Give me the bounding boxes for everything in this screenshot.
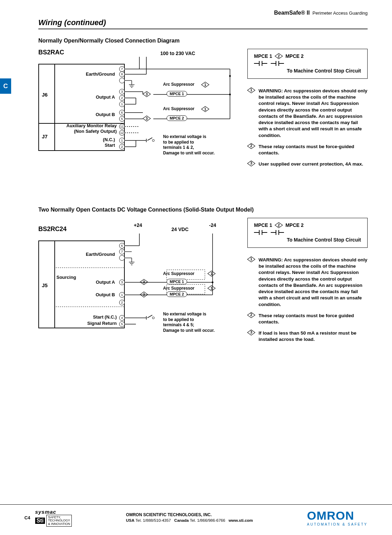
arc-label: Arc Suppressor xyxy=(163,271,194,276)
diamond-1-icon: 1 xyxy=(208,271,215,276)
mpce1-label: MPCE 1 xyxy=(254,53,272,59)
diagram2-note: No external voltage is to be applied to … xyxy=(163,312,233,333)
terminal: 2 xyxy=(119,144,125,150)
terminal: 5 xyxy=(119,116,125,122)
diamond-1-icon: 1 xyxy=(247,257,255,262)
product-name: BeamSafe® II xyxy=(274,10,310,16)
minus24-label: -24 xyxy=(209,222,216,228)
label-outB: Output B xyxy=(80,292,115,297)
plus24-label: +24 xyxy=(134,222,142,228)
diagram1-note: No external voltage is to be applied to … xyxy=(163,134,233,156)
diamond-2-icon: 2 xyxy=(275,223,283,228)
diagram2-title: Two Normally Open Contacts DC Voltage Co… xyxy=(38,207,368,213)
sti-badge: SAFETY, TECHNOLOGY & INNOVATION xyxy=(46,515,72,527)
svg-point-30 xyxy=(229,94,231,95)
omron-logo-block: OMRON AUTOMATION & SAFETY xyxy=(307,509,368,526)
page-number: C4 xyxy=(24,515,30,520)
diagram1: 100 to 230 VAC J6 J7 7 8 3 2 1 6 5 11 xyxy=(38,57,233,182)
label-nc: (N.C.) xyxy=(87,137,115,142)
warning-2: These relay contacts must be force guide… xyxy=(259,313,368,325)
connector-j5: J5 xyxy=(42,282,48,288)
mpce1-bubble: MPCE 1 xyxy=(167,279,187,284)
warning-2: These relay contacts must be force-guide… xyxy=(259,144,368,156)
terminal xyxy=(119,255,125,261)
terminal xyxy=(119,78,125,83)
omron-logo: OMRON xyxy=(307,509,368,522)
terminal: 3 xyxy=(119,89,125,94)
terminal: 1 xyxy=(119,101,125,107)
section-title: Wiring (continued) xyxy=(38,18,368,29)
label-outB: Output B xyxy=(73,112,115,117)
product-tagline: Perimeter Access Guarding xyxy=(313,10,368,16)
diamond-1-icon: 1 xyxy=(208,286,215,291)
label-earth: Earth/Ground xyxy=(73,71,115,77)
svg-point-46 xyxy=(152,317,154,319)
label-startnc: Start (N.C.) xyxy=(77,314,117,320)
warning-3: If load is less than 50 mA a resistor mu… xyxy=(259,330,368,343)
terminal: 11 xyxy=(119,124,125,129)
mpce-box-1: MPCE 1 2 MPCE 2 To Machine Control Stop … xyxy=(247,49,368,79)
section-tab: C xyxy=(0,78,11,94)
mpce2-label: MPCE 2 xyxy=(285,222,303,228)
terminal: 6 xyxy=(119,110,125,115)
diamond-3-icon: 3 xyxy=(247,161,255,166)
mpce-box-2: MPCE 1 2 MPCE 2 To Machine Control Stop … xyxy=(247,218,368,248)
terminal: 7 xyxy=(119,249,125,254)
diamond-2-icon: 2 xyxy=(275,54,283,59)
page-footer: C4 sysmac Sti SAFETY, TECHNOLOGY & INNOV… xyxy=(0,504,392,527)
label-outA: Output A xyxy=(73,94,115,100)
arc-label: Arc Suppressor xyxy=(163,286,194,291)
warning-list-1: 1 WARNING: Arc suppression devices shoul… xyxy=(247,88,368,167)
terminal: 6 xyxy=(119,243,125,249)
terminal: 4 xyxy=(119,315,125,321)
mpce2-bubble: MPCE 2 xyxy=(167,115,187,121)
contact-symbol-icon xyxy=(254,230,267,235)
diamond-3-icon: 3 xyxy=(247,330,255,335)
svg-line-47 xyxy=(147,315,152,318)
diagram2: +24 -24 24 VDC J5 6 7 3 1 2 4 5 Earth/Gr… xyxy=(38,234,233,352)
diamond-3-icon: 3 xyxy=(140,292,148,297)
mpce2-bubble: MPCE 2 xyxy=(167,291,187,297)
contact-symbol-icon xyxy=(271,61,284,66)
contact-symbol-icon xyxy=(254,61,267,66)
svg-point-42 xyxy=(212,282,214,283)
label-aux2: (Non Safety Output) xyxy=(56,129,117,134)
sysmac-logo: sysmac xyxy=(35,509,72,515)
label-outA: Output A xyxy=(80,280,115,285)
diagram1-supply: 100 to 230 VAC xyxy=(160,51,195,56)
contact-symbol-icon xyxy=(271,230,284,235)
diagram1-model: BS2RAC xyxy=(38,49,233,56)
terminal: 7 xyxy=(119,66,125,72)
label-sigret: Signal Return xyxy=(77,321,117,326)
arc-label: Arc Suppressor xyxy=(163,82,194,87)
terminal: 12 xyxy=(119,130,125,136)
diamond-1-icon: 1 xyxy=(247,88,255,93)
diamond-1-icon: 1 xyxy=(201,82,209,87)
diamond-3-icon: 3 xyxy=(140,280,148,284)
company-name: OMRON SCIENTIFIC TECHNOLOGIES, INC. xyxy=(126,512,253,518)
diamond-2-icon: 2 xyxy=(247,313,255,318)
arc-label: Arc Suppressor xyxy=(163,106,194,111)
warning-1: WARNING: Arc suppression devices should … xyxy=(259,257,368,308)
svg-line-27 xyxy=(147,138,152,140)
diamond-1-icon: 1 xyxy=(201,107,209,112)
warning-3: User supplied over current protection, 4… xyxy=(259,161,368,167)
label-sourcing: Sourcing xyxy=(56,275,81,280)
terminal: 8 xyxy=(119,71,125,77)
diamond-2-icon: 2 xyxy=(247,144,255,148)
footer-contact: OMRON SCIENTIFIC TECHNOLOGIES, INC. USA … xyxy=(126,512,253,523)
svg-point-26 xyxy=(152,139,154,142)
terminal: 5 xyxy=(119,321,125,327)
diamond-3-icon: 3 xyxy=(143,92,151,97)
mpce1-bubble: MPCE 1 xyxy=(167,91,187,97)
diamond-3-icon: 3 xyxy=(143,116,151,121)
warning-1: WARNING: Arc suppression devices should … xyxy=(259,88,368,139)
diagram1-title: Normally Open/Normally Closed Connection… xyxy=(38,38,368,44)
header-product: BeamSafe® II Perimeter Access Guarding xyxy=(274,10,368,16)
label-start: Start xyxy=(87,143,115,148)
mpce-to-label: To Machine Control Stop Circuit xyxy=(254,237,361,243)
svg-point-29 xyxy=(229,75,231,77)
omron-subtitle: AUTOMATION & SAFETY xyxy=(307,522,368,526)
label-earth: Earth/Ground xyxy=(73,252,115,257)
terminal: 1 xyxy=(119,292,125,298)
